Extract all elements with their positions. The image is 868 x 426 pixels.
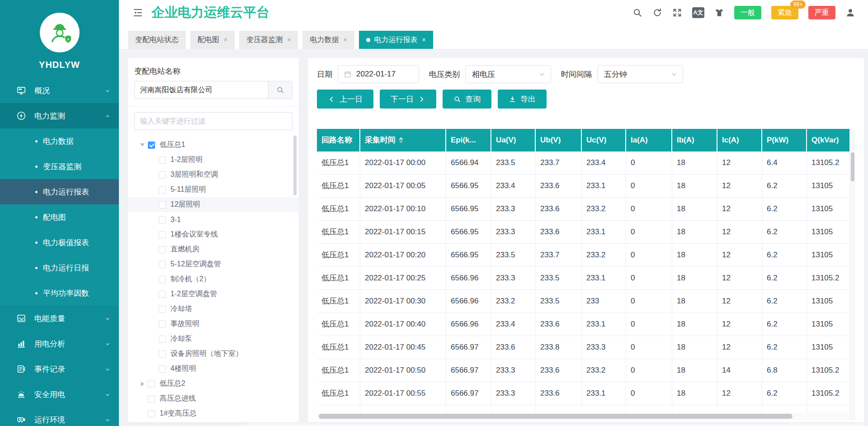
date-picker[interactable]: 2022-01-17 [338, 65, 419, 83]
query-button[interactable]: 查询 [443, 90, 491, 109]
tree-node-0[interactable]: 低压总1 [128, 137, 299, 152]
caret-down-icon[interactable] [139, 142, 146, 149]
tab-2[interactable]: 变压器监测× [239, 31, 298, 49]
checkbox[interactable] [159, 276, 166, 283]
tree-node-11[interactable]: 冷却塔 [128, 302, 299, 317]
table-cell: 18 [672, 151, 717, 175]
checkbox[interactable] [159, 246, 166, 253]
user-icon[interactable] [845, 8, 855, 18]
checkbox[interactable] [159, 291, 166, 298]
sidebar-subitem-6[interactable]: 平均功率因数 [0, 280, 119, 306]
sidebar-item-5[interactable]: 安全用电 [0, 382, 119, 407]
station-search-input[interactable] [134, 81, 268, 99]
tree-node-6[interactable]: 1楼会议室专线 [128, 227, 299, 242]
tree-node-14[interactable]: 设备房照明（地下室） [128, 346, 299, 361]
tree-node-15[interactable]: 4楼照明 [128, 361, 299, 376]
sidebar-item-label: 事件记录 [34, 364, 65, 374]
tree-filter-input[interactable] [134, 112, 292, 130]
checkbox[interactable] [159, 156, 166, 164]
voltage-type-select[interactable]: 相电压 [465, 65, 551, 83]
export-button[interactable]: 导出 [498, 90, 547, 109]
checkbox[interactable] [148, 410, 155, 417]
table-cell: 6566.95 [446, 244, 491, 267]
checkbox[interactable] [159, 261, 166, 268]
alarm-badge-severe[interactable]: 严重 [808, 6, 835, 19]
checkbox[interactable] [148, 395, 155, 402]
checkbox[interactable] [159, 216, 166, 223]
checkbox[interactable] [159, 201, 166, 208]
search-icon[interactable] [632, 8, 642, 18]
sidebar-item-6[interactable]: 运行环境 [0, 407, 119, 426]
close-tab-icon[interactable]: × [422, 36, 426, 43]
checkbox[interactable] [159, 171, 166, 179]
column-header-1[interactable]: 采集时间 [360, 129, 446, 151]
sidebar-subitem-2[interactable]: 电力运行报表 [0, 179, 119, 204]
tree-node-9[interactable]: 制冷机（2） [128, 272, 299, 287]
refresh-icon[interactable] [652, 8, 662, 18]
tree-node-12[interactable]: 事故照明 [128, 317, 299, 331]
alarm-badge-normal[interactable]: 一般 [734, 6, 761, 19]
tab-1[interactable]: 配电图× [190, 31, 235, 49]
checkbox[interactable] [159, 350, 166, 358]
translate-icon[interactable]: A文 [692, 7, 704, 18]
close-tab-icon[interactable]: × [343, 36, 347, 43]
checkbox[interactable] [159, 306, 166, 313]
sidebar-item-4[interactable]: 事件记录 [0, 356, 119, 382]
vertical-scrollbar-thumb[interactable] [851, 152, 854, 181]
sidebar-item-3[interactable]: 用电分析 [0, 331, 119, 356]
tree-node-7[interactable]: 直燃机房 [128, 242, 299, 257]
sidebar-item-2[interactable]: 电能质量 [0, 306, 119, 331]
tree-node-3[interactable]: 5-11层照明 [128, 182, 299, 197]
tree-scrollbar-thumb[interactable] [293, 136, 297, 195]
alarm-badge-urgent[interactable]: 紧急 99+ [771, 6, 798, 19]
sidebar-subitem-5[interactable]: 电力运行日报 [0, 255, 119, 280]
table-cell: 2022-01-17 00:45 [360, 336, 446, 359]
table-cell: 233.1 [582, 382, 626, 405]
sidebar-subitem-4[interactable]: 电力极值报表 [0, 230, 119, 255]
tree-node-1[interactable]: 1-2层照明 [128, 152, 299, 167]
tree-node-13[interactable]: 冷却泵 [128, 331, 299, 346]
prev-day-button[interactable]: 上一日 [317, 90, 373, 109]
fullscreen-icon[interactable] [672, 8, 682, 18]
collapse-menu-icon[interactable] [132, 7, 143, 18]
checkbox[interactable] [159, 321, 166, 328]
sidebar-subitem-3[interactable]: 配电图 [0, 204, 119, 230]
checkbox[interactable] [148, 380, 155, 388]
station-search-button[interactable] [268, 81, 292, 99]
sidebar-item-1[interactable]: 电力监测 [0, 103, 119, 128]
tree-node-4[interactable]: 12层照明 [128, 197, 299, 212]
close-tab-icon[interactable]: × [287, 36, 291, 43]
tree-node-19[interactable]: 2#变高压总 [128, 421, 299, 422]
report-toolbar: 日期 2022-01-17 电压类别 相电压 时间间隔 五分钟 [317, 65, 855, 83]
sidebar-subitem-1[interactable]: 变压器监测 [0, 154, 119, 179]
interval-select[interactable]: 五分钟 [597, 65, 683, 83]
tab-3[interactable]: 电力数据× [302, 31, 354, 49]
tree-node-5[interactable]: 3-1 [128, 212, 299, 227]
close-tab-icon[interactable]: × [224, 36, 227, 43]
tree-node-17[interactable]: 高压总进线 [128, 391, 299, 406]
checkbox[interactable] [159, 365, 166, 373]
column-header-label: Ua(V) [496, 129, 516, 151]
caret-right-icon[interactable] [139, 380, 146, 388]
column-header-label: Q(kVar) [811, 129, 839, 151]
tree-node-2[interactable]: 3层照明和空调 [128, 167, 299, 182]
checkbox[interactable] [148, 142, 155, 149]
sidebar-subitem-0[interactable]: 电力数据 [0, 128, 119, 154]
checkbox[interactable] [159, 231, 166, 238]
next-day-button[interactable]: 下一日 [380, 90, 436, 109]
tab-0[interactable]: 变配电站状态 [128, 31, 186, 49]
theme-shirt-icon[interactable] [714, 8, 724, 18]
sidebar-item-0[interactable]: 概况 [0, 78, 119, 103]
tab-4[interactable]: 电力运行报表× [359, 31, 433, 49]
tree-node-10[interactable]: 1-2层空调盘管 [128, 287, 299, 302]
checkbox[interactable] [159, 336, 166, 343]
horizontal-scrollbar-thumb[interactable] [319, 414, 793, 419]
tree-node-18[interactable]: 1#变高压总 [128, 406, 299, 421]
table-cell: 233.5 [491, 244, 536, 267]
tree-node-16[interactable]: 低压总2 [128, 376, 299, 391]
tree-node-8[interactable]: 5-12层空调盘管 [128, 257, 299, 272]
quality-icon [16, 313, 26, 323]
checkbox[interactable] [159, 186, 166, 194]
table-cell: 6566.95 [446, 175, 491, 198]
table-cell: 6566.95 [446, 221, 491, 244]
